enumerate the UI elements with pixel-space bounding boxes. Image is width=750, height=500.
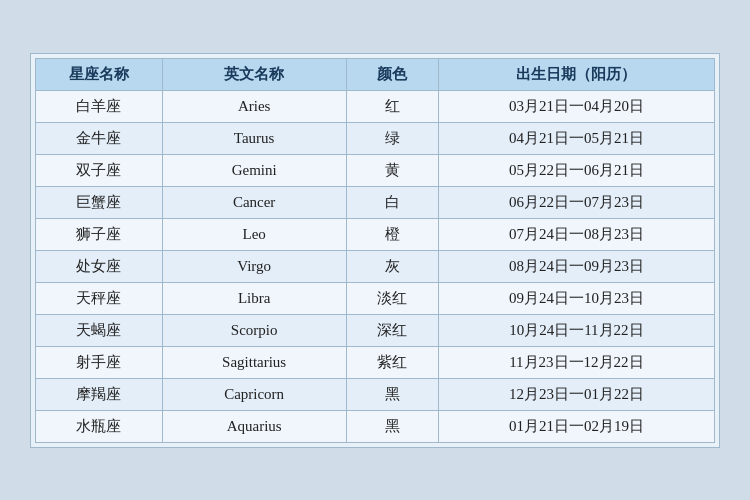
cell-chinese: 摩羯座: [36, 378, 163, 410]
table-row: 射手座Sagittarius紫红11月23日一12月22日: [36, 346, 715, 378]
cell-dates: 11月23日一12月22日: [438, 346, 714, 378]
cell-color: 灰: [346, 250, 438, 282]
cell-color: 黑: [346, 378, 438, 410]
table-row: 天蝎座Scorpio深红10月24日一11月22日: [36, 314, 715, 346]
cell-chinese: 巨蟹座: [36, 186, 163, 218]
table-row: 水瓶座Aquarius黑01月21日一02月19日: [36, 410, 715, 442]
cell-english: Sagittarius: [162, 346, 346, 378]
cell-color: 紫红: [346, 346, 438, 378]
cell-chinese: 处女座: [36, 250, 163, 282]
table-row: 天秤座Libra淡红09月24日一10月23日: [36, 282, 715, 314]
header-date: 出生日期（阳历）: [438, 58, 714, 90]
cell-english: Gemini: [162, 154, 346, 186]
cell-chinese: 白羊座: [36, 90, 163, 122]
cell-color: 红: [346, 90, 438, 122]
cell-dates: 05月22日一06月21日: [438, 154, 714, 186]
table-row: 狮子座Leo橙07月24日一08月23日: [36, 218, 715, 250]
cell-dates: 07月24日一08月23日: [438, 218, 714, 250]
cell-color: 淡红: [346, 282, 438, 314]
cell-chinese: 双子座: [36, 154, 163, 186]
cell-chinese: 水瓶座: [36, 410, 163, 442]
cell-dates: 06月22日一07月23日: [438, 186, 714, 218]
cell-english: Scorpio: [162, 314, 346, 346]
cell-dates: 09月24日一10月23日: [438, 282, 714, 314]
cell-english: Aquarius: [162, 410, 346, 442]
cell-color: 黄: [346, 154, 438, 186]
cell-dates: 12月23日一01月22日: [438, 378, 714, 410]
cell-dates: 04月21日一05月21日: [438, 122, 714, 154]
header-chinese: 星座名称: [36, 58, 163, 90]
table-row: 白羊座Aries红03月21日一04月20日: [36, 90, 715, 122]
cell-dates: 03月21日一04月20日: [438, 90, 714, 122]
cell-color: 橙: [346, 218, 438, 250]
cell-dates: 01月21日一02月19日: [438, 410, 714, 442]
header-color: 颜色: [346, 58, 438, 90]
cell-color: 深红: [346, 314, 438, 346]
cell-color: 白: [346, 186, 438, 218]
table-row: 金牛座Taurus绿04月21日一05月21日: [36, 122, 715, 154]
cell-chinese: 狮子座: [36, 218, 163, 250]
cell-english: Aries: [162, 90, 346, 122]
cell-english: Cancer: [162, 186, 346, 218]
cell-dates: 10月24日一11月22日: [438, 314, 714, 346]
cell-english: Capricorn: [162, 378, 346, 410]
cell-chinese: 金牛座: [36, 122, 163, 154]
table-header-row: 星座名称 英文名称 颜色 出生日期（阳历）: [36, 58, 715, 90]
table-row: 巨蟹座Cancer白06月22日一07月23日: [36, 186, 715, 218]
zodiac-table: 星座名称 英文名称 颜色 出生日期（阳历） 白羊座Aries红03月21日一04…: [35, 58, 715, 443]
cell-english: Taurus: [162, 122, 346, 154]
cell-english: Leo: [162, 218, 346, 250]
cell-color: 绿: [346, 122, 438, 154]
cell-english: Libra: [162, 282, 346, 314]
cell-chinese: 天蝎座: [36, 314, 163, 346]
cell-chinese: 天秤座: [36, 282, 163, 314]
table-row: 双子座Gemini黄05月22日一06月21日: [36, 154, 715, 186]
cell-color: 黑: [346, 410, 438, 442]
cell-english: Virgo: [162, 250, 346, 282]
cell-chinese: 射手座: [36, 346, 163, 378]
table-row: 摩羯座Capricorn黑12月23日一01月22日: [36, 378, 715, 410]
header-english: 英文名称: [162, 58, 346, 90]
table-row: 处女座Virgo灰08月24日一09月23日: [36, 250, 715, 282]
cell-dates: 08月24日一09月23日: [438, 250, 714, 282]
zodiac-table-container: 星座名称 英文名称 颜色 出生日期（阳历） 白羊座Aries红03月21日一04…: [30, 53, 720, 448]
